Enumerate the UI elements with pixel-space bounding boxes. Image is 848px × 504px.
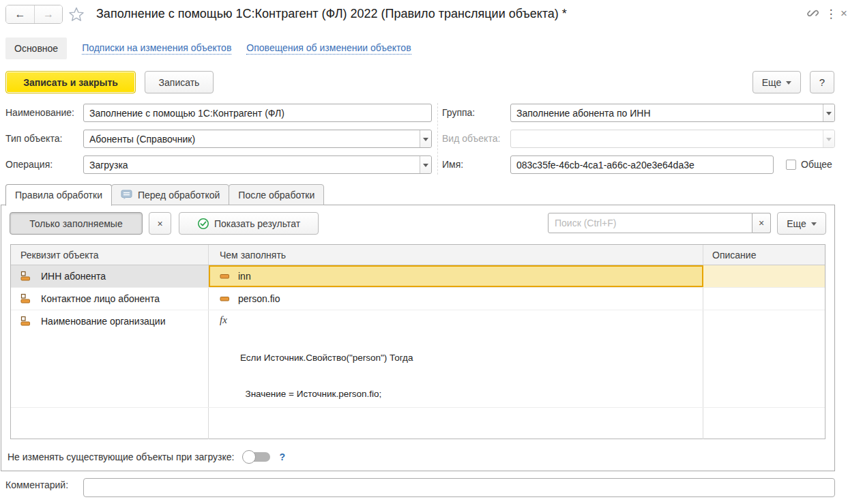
fx-icon: fx [220,314,227,326]
object-type-label: Тип объекта: [5,130,62,148]
keep-objects-row: Не изменять существующие объекты при заг… [8,449,285,465]
search-clear-button[interactable]: × [752,213,771,233]
object-translation-rule-window: ← → Заполнение с помощью 1С:Контрагент (… [0,0,848,504]
copy-link-icon[interactable] [805,6,820,21]
object-type-input[interactable] [84,130,431,147]
search-input[interactable] [548,213,752,233]
field-icon [220,296,230,302]
common-checkbox-label: Общее [801,155,832,174]
toggle-knob [242,450,256,464]
check-circle-icon [197,218,209,230]
group-dropdown-button[interactable] [823,104,834,121]
comment-input[interactable] [84,479,834,496]
tab-after-processing[interactable]: После обработки [229,184,324,205]
history-nav-group: ← → [5,5,63,24]
common-checkbox[interactable] [786,160,796,170]
tab-before-processing[interactable]: Перед обработкой [111,184,229,205]
header-description[interactable]: Описание [703,245,825,265]
only-fillable-button[interactable]: Только заполняемые [10,212,143,235]
operation-input[interactable] [84,156,431,173]
code-block: Если Источник.Свойство("person") Тогда З… [240,328,462,407]
fill-value-cell[interactable]: person.fio [209,288,703,310]
help-button[interactable]: ? [810,71,834,93]
forward-button[interactable]: → [34,5,62,23]
name-label: Наименование: [5,104,74,122]
comment-icon [121,190,132,200]
operation-label: Операция: [5,155,53,174]
form-column-divider [437,103,438,175]
group-input[interactable] [511,104,834,121]
attribute-icon [20,293,31,304]
group-label: Группа: [442,104,475,122]
header-fill-with[interactable]: Чем заполнять [209,245,703,265]
object-kind-label: Вид объекта: [442,130,500,148]
close-window-icon[interactable]: × [836,6,848,21]
tab-processing-rules[interactable]: Правила обработки [5,184,112,206]
object-kind-input [511,130,834,147]
section-nav: Основное Подписки на изменения объектов … [5,36,411,61]
id-label: Имя: [442,155,463,174]
table-row[interactable]: Наименование организации fx Если Источни… [11,310,825,408]
table-header-row: Реквизит объекта Чем заполнять Описание [11,245,825,265]
attribute-icon [20,316,31,327]
id-input[interactable] [511,156,773,173]
fill-value-cell-selected[interactable]: inn [209,265,703,287]
keep-objects-label: Не изменять существующие объекты при заг… [8,451,234,462]
header-attribute[interactable]: Реквизит объекта [11,245,209,265]
attribute-icon [20,271,31,282]
save-button[interactable]: Записать [145,71,214,93]
object-type-dropdown-button[interactable] [420,130,431,147]
attribute-cell[interactable]: Наименование организации [11,310,209,407]
description-cell[interactable] [703,310,825,407]
save-and-close-button[interactable]: Записать и закрыть [5,71,136,93]
nav-item-notifications[interactable]: Оповещения об изменении объектов [246,42,411,55]
comment-field[interactable] [83,478,835,497]
processing-tabs: Правила обработки Перед обработкой После… [5,184,324,206]
nav-item-main[interactable]: Основное [5,38,67,59]
object-kind-field [510,130,835,148]
table-empty-area[interactable] [11,408,825,439]
id-field[interactable] [510,155,774,174]
name-input[interactable] [84,104,431,121]
mapping-table: Реквизит объекта Чем заполнять Описание … [10,244,825,439]
name-field[interactable] [83,104,432,122]
keep-objects-toggle[interactable] [242,450,271,464]
fill-code-cell[interactable]: fx Если Источник.Свойство("person") Тогд… [209,310,703,407]
show-result-button[interactable]: Показать результат [179,212,319,235]
operation-field[interactable] [83,155,432,174]
group-field[interactable] [510,104,835,122]
attribute-cell[interactable]: ИНН абонента [11,265,209,287]
back-button[interactable]: ← [6,5,34,23]
object-type-field[interactable] [83,130,432,148]
window-title: Заполнение с помощью 1С:Контрагент (ФЛ) … [96,7,792,21]
object-kind-dropdown-button [823,130,834,147]
processing-rules-panel: Только заполняемые × Показать результат … [1,205,835,471]
nav-item-subscriptions[interactable]: Подписки на изменения объектов [82,42,231,55]
comment-label: Комментарий: [5,479,68,490]
table-row[interactable]: ИНН абонента inn [11,265,825,288]
table-more-button[interactable]: Еще [777,212,826,235]
clear-filter-button[interactable]: × [149,212,171,235]
description-cell[interactable] [703,288,825,310]
favorite-star-icon[interactable] [68,6,85,23]
toggle-help-link[interactable]: ? [279,451,285,462]
attribute-cell[interactable]: Контактное лицо абонента [11,288,209,310]
search-box: × [548,213,771,233]
chevron-down-icon [786,81,791,87]
more-button[interactable]: Еще [752,71,801,93]
field-icon [220,273,230,280]
chevron-down-icon [811,222,817,228]
operation-dropdown-button[interactable] [420,156,431,173]
table-row[interactable]: Контактное лицо абонента person.fio [11,288,825,310]
description-cell[interactable] [703,265,825,287]
